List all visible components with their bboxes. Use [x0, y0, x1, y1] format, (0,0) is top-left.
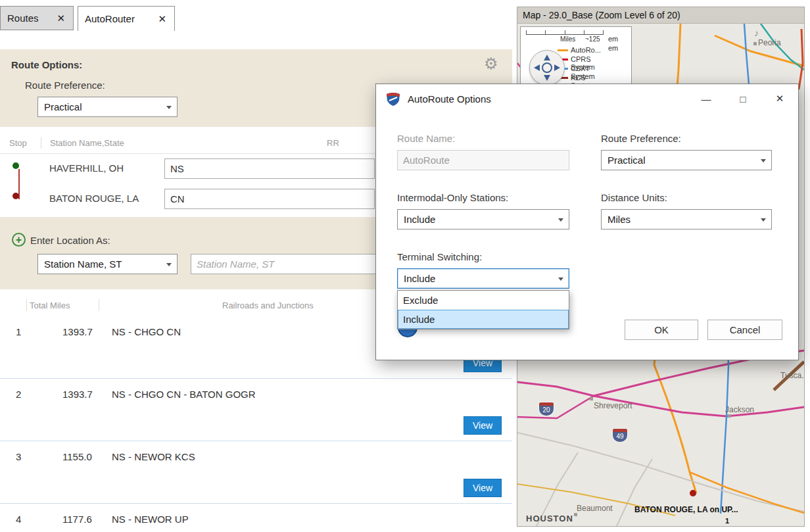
route-preference-label: Route Preference: [25, 80, 105, 91]
distance-units-dropdown[interactable]: Miles [601, 209, 772, 230]
chevron-down-icon [558, 278, 563, 281]
total-miles-header: Total Miles [30, 301, 70, 310]
column-divider [26, 299, 27, 311]
chevron-down-icon [558, 218, 563, 222]
distance-units-value: Miles [608, 214, 631, 225]
result-row: 3 1155.0 NS - NEWOR KCS View [0, 441, 512, 504]
intermodal-value: Include [404, 214, 435, 225]
close-icon[interactable]: ✕ [156, 13, 168, 25]
view-button[interactable]: View [464, 479, 502, 497]
city-dot [590, 397, 593, 400]
tab-routes[interactable]: Routes ✕ [0, 6, 74, 30]
destination-marker-icon [690, 490, 696, 496]
city-dot [753, 42, 757, 45]
destination-station: BATON ROUGE, LA [49, 193, 139, 204]
station-name-input[interactable] [191, 254, 376, 274]
route-number: 4 [16, 514, 21, 525]
route-miles: 1155.0 [62, 451, 92, 462]
close-button[interactable]: ✕ [761, 84, 798, 113]
route-miles: 1177.6 [62, 514, 92, 525]
gear-icon[interactable]: ⚙ [484, 55, 498, 73]
dialog-title: AutoRoute Options [408, 93, 491, 105]
chevron-down-icon [761, 218, 766, 222]
stop-column-header: Stop [9, 138, 27, 148]
route-railroads: NS - NEWOR KCS [112, 451, 195, 462]
route-options-title: Route Options: [11, 59, 82, 70]
station-column-header: Station Name,State [50, 138, 124, 148]
city-label-baton-rouge: BATON ROUGE, LA on UP... [634, 505, 738, 514]
origin-stop-icon [12, 162, 19, 169]
dialog-route-preference-value: Practical [608, 155, 646, 166]
location-type-value: Station Name, ST [44, 258, 122, 270]
origin-rr-input[interactable] [164, 158, 375, 179]
route-name-label: Route Name: [397, 133, 455, 144]
enter-location-label: Enter Location As: [30, 235, 110, 246]
close-icon[interactable]: ✕ [55, 12, 66, 24]
route-preference-value: Practical [44, 101, 82, 112]
add-stop-icon[interactable]: + [12, 233, 26, 247]
terminal-switching-label: Terminal Switching: [397, 251, 482, 262]
result-row: 4 1177.6 NS - NEWOR UP [0, 504, 512, 532]
legend-clipped-text: em [608, 35, 618, 43]
route-miles: 1393.7 [62, 389, 93, 400]
location-type-dropdown[interactable]: Station Name, ST [37, 254, 178, 274]
option-exclude[interactable]: Exclude [398, 291, 569, 310]
distance-units-label: Distance Units: [601, 192, 667, 203]
map-pan-control[interactable] [529, 50, 565, 85]
option-include[interactable]: Include [398, 310, 569, 329]
city-label-beaumont: Beaumont [577, 504, 613, 513]
route-railroads: NS - CHGO CN [112, 326, 181, 337]
route-number: 1 [16, 326, 21, 337]
chevron-down-icon [761, 159, 766, 162]
maximize-button[interactable]: □ [725, 84, 761, 113]
rr-column-header: RR [327, 138, 339, 148]
route-number: 2 [16, 389, 21, 400]
tab-routes-label: Routes [7, 12, 51, 24]
view-button[interactable]: View [464, 416, 502, 435]
app-shield-icon [385, 91, 401, 106]
chevron-down-icon [166, 263, 172, 266]
route-preference-dropdown[interactable]: Practical [37, 97, 178, 117]
route-miles: 1393.7 [62, 326, 93, 337]
city-label-peoria: Peoria [758, 38, 781, 47]
column-divider [41, 137, 41, 149]
autoroute-options-dialog: AutoRoute Options — □ ✕ Route Name: Rout… [375, 84, 799, 360]
ok-button[interactable]: OK [625, 320, 698, 340]
origin-station: HAVERHILL, OH [49, 162, 124, 174]
city-label-jackson: Jackson [725, 405, 754, 414]
route-railroads: NS - NEWOR UP [112, 514, 189, 525]
interstate-shield-20: 20 [539, 402, 554, 416]
route-name-input [397, 150, 569, 170]
scale-value-label: ~125 [585, 36, 600, 43]
scale-units-label: Miles [560, 36, 575, 43]
intermodal-dropdown[interactable]: Include [397, 209, 569, 230]
poi-note-icon: ♪ [754, 28, 759, 38]
dialog-route-preference-label: Route Preference: [601, 133, 681, 144]
city-label-houston: HOUSTON [526, 514, 573, 523]
interstate-shield-49: 49 [613, 429, 627, 442]
dialog-route-preference-dropdown[interactable]: Practical [601, 150, 772, 170]
city-label-shreveport: Shreveport [594, 401, 632, 410]
terminal-switching-value: Include [404, 273, 435, 284]
city-dot [574, 513, 577, 516]
terminal-switching-options-list: Exclude Include [397, 290, 569, 329]
column-divider [99, 299, 99, 311]
route-number: 3 [16, 451, 21, 462]
map-title: Map - 29.0_Base (Zoom Level 6 of 20) [517, 7, 804, 24]
legend-item-label: AutoRo... [571, 46, 601, 54]
result-row: 2 1393.7 NS - CHGO CN - BATON GOGR View [0, 379, 512, 441]
city-dot [728, 414, 731, 418]
tab-autorouter-label: AutoRouter [85, 13, 153, 24]
cancel-button[interactable]: Cancel [707, 320, 782, 340]
window-controls: — □ ✕ [688, 84, 798, 113]
intermodal-label: Intermodal-Only Stations: [397, 192, 508, 203]
tab-autorouter[interactable]: AutoRouter ✕ [78, 6, 175, 31]
pan-arrows-icon [530, 51, 564, 85]
railroads-header: Railroads and Junctions [222, 301, 314, 310]
map-page-number: 1 [725, 517, 729, 525]
minimize-button[interactable]: — [688, 84, 725, 113]
scale-ruler [526, 31, 604, 35]
terminal-switching-dropdown[interactable]: Include [397, 268, 569, 289]
destination-rr-input[interactable] [164, 189, 375, 209]
chevron-down-icon [166, 106, 172, 109]
